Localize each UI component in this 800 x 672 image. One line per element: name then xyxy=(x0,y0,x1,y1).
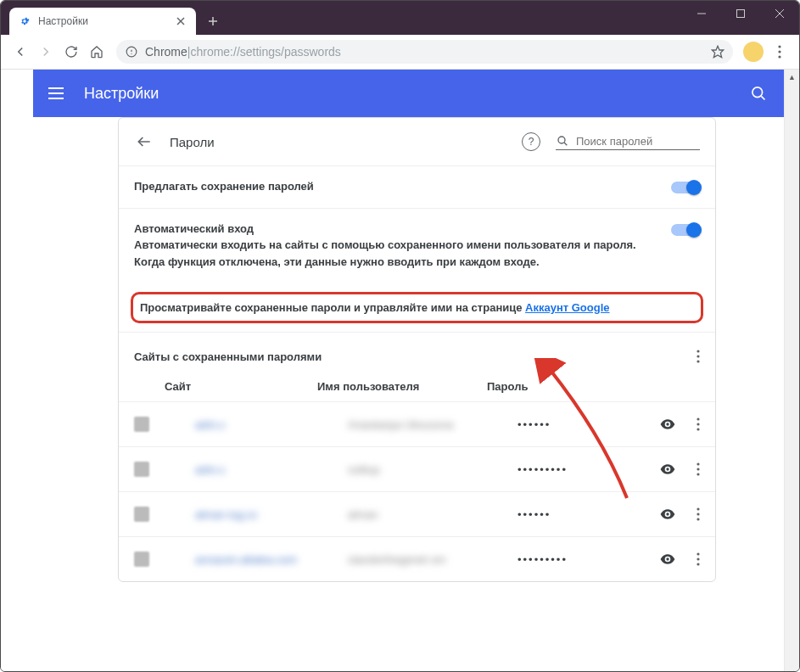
svg-point-18 xyxy=(558,137,565,143)
site-favicon xyxy=(134,462,149,477)
show-password-icon[interactable] xyxy=(657,504,678,524)
profile-avatar[interactable] xyxy=(743,42,764,62)
forward-button[interactable] xyxy=(33,39,59,64)
table-row: alman tug.ccalman•••••• xyxy=(119,491,715,536)
user-cell: solitup xyxy=(348,463,517,476)
minimize-button[interactable] xyxy=(682,1,721,26)
svg-point-21 xyxy=(697,355,699,357)
tab-title: Настройки xyxy=(38,15,174,27)
address-bar[interactable]: Chrome | chrome://settings/passwords xyxy=(116,40,733,64)
passwords-table-header: Сайт Имя пользователя Пароль xyxy=(119,368,715,401)
table-row: annacen.altalea.comstanderthegenet om•••… xyxy=(119,536,715,581)
password-cell: ••••••••• xyxy=(517,553,657,566)
subpage-header: Пароли ? xyxy=(119,118,715,165)
site-cell[interactable]: alman tug.cc xyxy=(195,508,348,521)
left-margin xyxy=(1,70,33,671)
svg-point-26 xyxy=(697,462,699,465)
reload-button[interactable] xyxy=(59,39,84,64)
saved-passwords-header: Сайты с сохраненными паролями xyxy=(119,332,715,368)
svg-point-24 xyxy=(697,423,699,425)
site-cell[interactable]: adm.c xyxy=(195,463,348,476)
back-button[interactable] xyxy=(8,39,33,64)
gear-icon xyxy=(18,14,31,28)
search-icon xyxy=(556,134,569,149)
password-search-field[interactable] xyxy=(556,134,700,150)
auto-login-title: Автоматический вход xyxy=(134,222,654,235)
hamburger-menu-icon[interactable] xyxy=(48,83,69,104)
settings-title: Настройки xyxy=(84,85,159,103)
svg-point-30 xyxy=(697,512,699,515)
svg-point-23 xyxy=(697,417,699,420)
home-button[interactable] xyxy=(84,39,109,64)
row-menu-icon[interactable] xyxy=(697,462,700,476)
titlebar: Настройки xyxy=(1,1,799,35)
site-favicon xyxy=(134,507,149,522)
svg-point-29 xyxy=(697,507,699,510)
close-icon[interactable] xyxy=(174,14,187,28)
site-favicon xyxy=(134,552,149,567)
page-content: Настройки Пароли ? xyxy=(1,70,799,671)
site-favicon xyxy=(134,417,149,432)
svg-marker-11 xyxy=(712,46,723,57)
offer-save-label: Предлагать сохранение паролей xyxy=(134,180,654,193)
show-password-icon[interactable] xyxy=(657,459,678,479)
auto-login-toggle[interactable] xyxy=(671,224,700,236)
table-row: adm.cAnastasiya Uksusova•••••• xyxy=(119,401,715,446)
site-cell[interactable]: adm.c xyxy=(195,418,348,431)
svg-point-10 xyxy=(131,53,131,54)
maximize-button[interactable] xyxy=(721,1,760,26)
offer-save-toggle[interactable] xyxy=(671,182,700,193)
show-password-icon[interactable] xyxy=(657,414,678,434)
show-password-icon[interactable] xyxy=(657,549,678,569)
browser-menu-button[interactable] xyxy=(767,39,792,64)
svg-point-33 xyxy=(697,557,699,560)
url-path: chrome://settings/passwords xyxy=(190,45,340,59)
site-info-icon[interactable] xyxy=(125,45,138,59)
col-user: Имя пользователя xyxy=(317,380,487,393)
user-cell: Anastasiya Uksusova xyxy=(348,418,517,431)
close-window-button[interactable] xyxy=(760,1,799,26)
svg-line-19 xyxy=(564,143,567,145)
password-cell: •••••• xyxy=(517,418,657,431)
bookmark-icon[interactable] xyxy=(711,45,724,59)
saved-passwords-title: Сайты с сохраненными паролями xyxy=(134,350,322,363)
google-account-link[interactable]: Аккаунт Google xyxy=(525,301,609,314)
browser-window: Настройки Chrome | chrome://settings/pas… xyxy=(0,0,800,672)
subpage-title: Пароли xyxy=(170,135,215,149)
new-tab-button[interactable] xyxy=(201,9,225,33)
settings-page: Настройки Пароли ? xyxy=(33,70,784,671)
svg-point-20 xyxy=(697,350,699,352)
auto-login-desc: Автоматически входить на сайты с помощью… xyxy=(134,237,654,270)
back-arrow-icon[interactable] xyxy=(134,132,154,152)
row-menu-icon[interactable] xyxy=(697,552,700,566)
row-menu-icon[interactable] xyxy=(697,507,700,521)
svg-point-31 xyxy=(697,518,699,520)
password-search-input[interactable] xyxy=(574,134,700,148)
site-cell[interactable]: annacen.altalea.com xyxy=(195,553,348,566)
table-row: adm.csolitup••••••••• xyxy=(119,446,715,491)
settings-search-icon[interactable] xyxy=(748,83,769,104)
url-scheme: Chrome xyxy=(145,45,187,59)
callout-text: Просматривайте сохраненные пароли и упра… xyxy=(140,301,525,314)
auto-login-row: Автоматический вход Автоматически входит… xyxy=(119,208,715,283)
vertical-scrollbar[interactable]: ▲ xyxy=(784,70,799,671)
browser-tab[interactable]: Настройки xyxy=(9,8,196,35)
browser-toolbar: Chrome | chrome://settings/passwords xyxy=(1,35,799,70)
svg-point-14 xyxy=(778,55,780,58)
svg-rect-5 xyxy=(737,10,745,18)
row-menu-icon[interactable] xyxy=(697,417,700,431)
svg-point-25 xyxy=(697,428,699,430)
google-account-callout: Просматривайте сохраненные пароли и упра… xyxy=(131,292,703,323)
password-cell: •••••• xyxy=(517,508,657,521)
svg-point-15 xyxy=(752,87,763,98)
passwords-card: Пароли ? Предлагать сохранение паролей xyxy=(118,117,716,582)
svg-point-27 xyxy=(697,468,699,470)
svg-point-32 xyxy=(697,552,699,555)
saved-passwords-menu[interactable] xyxy=(697,350,700,363)
scroll-up-icon[interactable]: ▲ xyxy=(785,70,799,84)
offer-save-row: Предлагать сохранение паролей xyxy=(119,165,715,208)
col-pass: Пароль xyxy=(487,380,700,393)
svg-point-12 xyxy=(778,45,780,48)
user-cell: standerthegenet om xyxy=(348,553,517,566)
help-icon[interactable]: ? xyxy=(522,132,540,151)
